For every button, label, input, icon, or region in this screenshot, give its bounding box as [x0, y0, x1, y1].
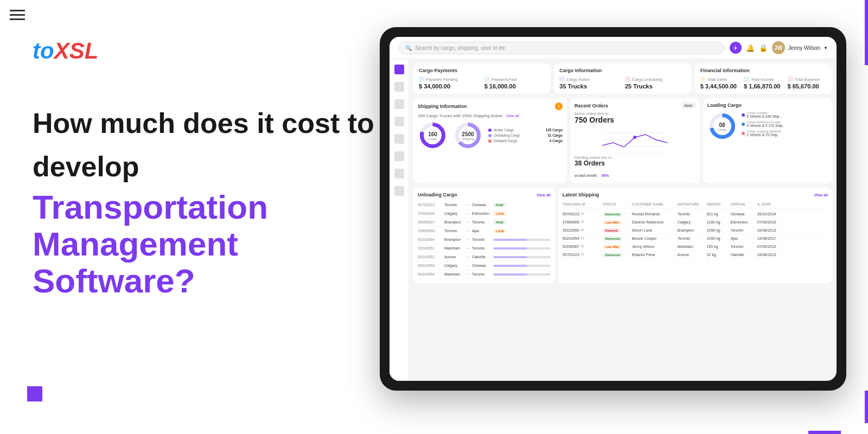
right-panel: 🔍 Search by cargo, shipping, user id etc…	[380, 27, 852, 407]
shipping-table-row: 37890606 ⧉ Last Mile Darlene Robertson C…	[563, 218, 828, 226]
unload-from: Markham	[444, 272, 463, 276]
unloading-view-all[interactable]: View all	[537, 193, 551, 197]
cargo-info-section: Cargo Information Cargo Active 35 Trucks	[554, 63, 691, 94]
unload-from: Toronto	[444, 229, 463, 233]
unload-from: Calgary	[444, 264, 463, 267]
cargo-delayed-dot	[742, 132, 745, 135]
unload-id: 93242854	[418, 272, 442, 276]
nav-icon-settings1[interactable]	[394, 117, 404, 126]
nav-icon-mail[interactable]	[394, 99, 404, 109]
cargo-awaiting-dot	[742, 123, 745, 126]
unload-to: Edmonton	[472, 212, 491, 215]
arrival-date: 07/05/2016	[757, 245, 784, 248]
financial-info-cards: Total Sales $ 3,44,500.00 Total Income	[700, 76, 827, 90]
status-cell: Last Mile	[603, 220, 630, 224]
unload-from: Aurora	[444, 255, 463, 259]
unload-id: 37600826	[418, 212, 442, 215]
status-cell: Delivered	[603, 212, 630, 216]
arrow-icon: →	[465, 246, 470, 251]
shipping-table-row: 29103050 ⧉ Delayed Devon Lane Brampton 1…	[563, 226, 828, 234]
shipping-donuts: 160 Cargo	[418, 120, 563, 150]
total-sales-label: Total Sales	[700, 76, 739, 82]
financial-info-section: Financial Information Total Sales $ 3,44…	[695, 63, 832, 94]
bell-icon[interactable]: 🔔	[746, 44, 755, 52]
jan-filter[interactable]: Jane	[681, 103, 695, 108]
unloading-cargo-title: Unloading Cargo View all	[418, 192, 551, 197]
customer-name: Jenny Wilson	[632, 245, 675, 248]
sidebar-nav	[390, 59, 409, 381]
shipping-table-row: 52936567 ⧉ Last Mile Jenny Wilson Markha…	[563, 242, 828, 251]
unloading-table-row: 29903550 Toronto → Ajax LATE	[418, 227, 551, 235]
customer-name: Darlene Robertson	[632, 220, 675, 224]
weight: 22 kg	[707, 253, 729, 257]
copy-icon: ⧉	[581, 220, 584, 224]
shipping-info-card: Shipping Information ! 160 Cargo Trucks …	[413, 98, 567, 183]
lock-icon[interactable]: 🔒	[759, 44, 768, 52]
nav-icon-cargo[interactable]	[394, 82, 404, 92]
status-cell: Delayed	[603, 228, 630, 232]
cargo-active-label: Cargo Active	[559, 76, 621, 82]
avatar: JW	[772, 41, 785, 54]
financial-info-title: Financial Information	[700, 68, 827, 73]
arrival-date: 16/08/2013	[757, 228, 784, 232]
latest-shipping-view-all[interactable]: View all	[814, 193, 828, 197]
logo-to: to	[33, 38, 54, 64]
arrow-icon: →	[465, 220, 470, 225]
table-column-header: WEIGHT	[707, 202, 729, 206]
unload-id: 55069827	[418, 220, 442, 224]
arrival: Toronto	[731, 245, 755, 248]
payment-pending-label: Payment Pending	[419, 76, 480, 82]
nav-icon-settings2[interactable]	[394, 134, 404, 144]
middle-row: Shipping Information ! 160 Cargo Trucks …	[413, 98, 832, 183]
tablet-screen: 🔍 Search by cargo, shipping, user id etc…	[390, 37, 837, 381]
shipping-view-all[interactable]: View all	[506, 114, 519, 118]
add-button[interactable]: +	[730, 42, 742, 54]
nav-icon-settings5[interactable]	[394, 186, 404, 196]
chevron-down-icon[interactable]: ▼	[824, 46, 828, 50]
badge-paid: PAID	[493, 203, 506, 207]
status-cell: Delivered	[603, 237, 630, 240]
copy-icon: ⧉	[581, 244, 584, 248]
active-cargo-item: Active Cargo 125 Cargo	[488, 128, 563, 132]
nav-icon-dashboard[interactable]	[394, 65, 404, 74]
shipping-table-header: TRACKING IDSTATUSCUSTOMER NAMEDEPARTUREW…	[563, 201, 828, 208]
donut-cargo-label: 160 Cargo	[428, 131, 437, 140]
shipping-table-row: 55700223 ⧉ Delivered Eleanor Pena Aurora…	[563, 251, 828, 259]
headline-highlight1: Transportation	[33, 189, 380, 226]
arrival: Edmonton	[731, 220, 755, 224]
left-panel: to X SL How much does it cost to develop…	[0, 0, 412, 434]
table-column-header: ARRIVAL	[731, 202, 755, 206]
weight: 1050 kg	[707, 228, 729, 232]
donut-cargo: 160 Cargo	[418, 120, 448, 150]
nav-icon-settings4[interactable]	[394, 169, 404, 178]
tracking-id: 55700223 ⧉	[563, 212, 601, 216]
unloading-table-row: 37600826 Calgary → Edmonton LATE	[418, 209, 551, 218]
shipping-table-row: 93242854 ⧉ Delivered Bessie Cooper Toron…	[563, 234, 828, 242]
unloading-table-row: 55700223 Toronto → Oshawa PAID	[418, 201, 551, 209]
arrow-icon: →	[465, 237, 470, 242]
arrival: Oshawa	[731, 212, 755, 216]
unload-id: 93242851	[418, 246, 442, 250]
status-bar	[493, 239, 551, 241]
arrival: Oakville	[731, 253, 755, 257]
copy-icon: ⧉	[581, 228, 584, 232]
unload-id: 29903550	[418, 229, 442, 233]
headline-line2: develop	[33, 151, 380, 183]
unloading-table-row: 93243952 Aurora → Oakville	[418, 253, 551, 261]
unloading-table-row: 93242854 Calgary → Oshawa	[418, 261, 551, 270]
logo-x: X	[54, 38, 69, 64]
arrow-icon: →	[465, 272, 470, 277]
search-bar[interactable]: 🔍 Search by cargo, shipping, user id etc	[398, 42, 724, 54]
departure: Toronto	[678, 237, 705, 240]
customer-name: Devon Lane	[632, 228, 675, 232]
cargo-payments-cards: Payment Pending $ 34,000.00 Payment Paid	[419, 76, 545, 90]
table-column-header: STATUS	[603, 202, 630, 206]
departure: Aurora	[678, 253, 705, 257]
vs-row: vs last month 45%	[575, 169, 695, 179]
nav-icon-settings3[interactable]	[394, 151, 404, 161]
status-bar-fill	[493, 273, 527, 276]
unloading-cargo-dot	[488, 134, 492, 137]
weight: 150 kg	[707, 245, 729, 248]
cargo-delayed-item: Cargo Loading Delayed 1 Vehicle & 70 Shi…	[742, 130, 828, 137]
cargo-unloading-value: 25 Trucks	[625, 83, 686, 90]
